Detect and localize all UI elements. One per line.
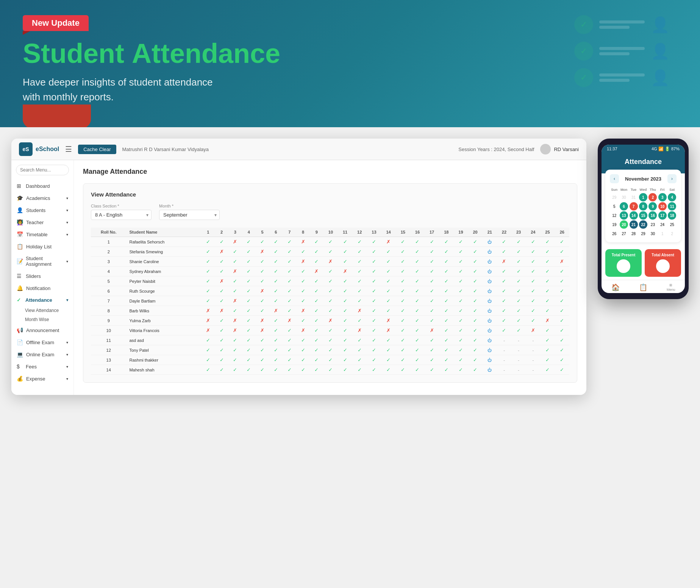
cal-day[interactable]: 30 bbox=[620, 193, 628, 201]
cal-day[interactable]: 1 bbox=[639, 193, 647, 201]
hamburger-icon[interactable]: ☰ bbox=[65, 145, 72, 154]
attendance-cell: ✓ bbox=[283, 335, 296, 345]
cal-day[interactable]: 3 bbox=[658, 193, 667, 201]
attendance-cell: ✓ bbox=[296, 286, 310, 296]
cal-day[interactable]: 8 bbox=[639, 202, 647, 211]
cal-day[interactable]: 13 bbox=[620, 211, 628, 220]
cal-day[interactable]: 7 bbox=[630, 202, 638, 211]
attendance-cell: ✗ bbox=[201, 316, 215, 326]
attendance-cell: ✓ bbox=[425, 316, 439, 326]
sidebar-label: Offline Exam bbox=[26, 340, 54, 345]
sidebar-item-dashboard[interactable]: ⊞ Dashboard bbox=[11, 180, 73, 192]
phone-nav-home[interactable]: 🏠 bbox=[602, 283, 629, 292]
sidebar-item-academics[interactable]: 🎓 Academics ▾ bbox=[11, 192, 73, 204]
sidebar-item-expense[interactable]: 💰 Expense ▾ bbox=[11, 373, 73, 385]
attendance-cell: ✓ bbox=[269, 316, 283, 326]
cache-clear-button[interactable]: Cache Clear bbox=[78, 145, 116, 154]
attendance-cell: ✓ bbox=[283, 365, 296, 375]
phone-nav-list[interactable]: 📋 bbox=[629, 283, 657, 292]
attendance-cell: ✓ bbox=[352, 335, 367, 345]
attendance-cell: ✓ bbox=[497, 276, 511, 286]
class-section-select[interactable]: 8 A - English bbox=[91, 210, 152, 220]
cal-day[interactable]: 4 bbox=[668, 193, 676, 201]
attendance-cell: ✓ bbox=[468, 257, 483, 267]
cal-day[interactable]: 25 bbox=[668, 220, 676, 229]
cal-next-btn[interactable]: › bbox=[667, 174, 677, 183]
phone-nav-menu[interactable]: ⊞ Menu bbox=[657, 283, 685, 292]
cal-day[interactable]: 15 bbox=[639, 211, 647, 220]
sidebar-item-assignment[interactable]: 📝 Student Assignment ▾ bbox=[11, 253, 73, 270]
cal-day[interactable]: 2 bbox=[648, 193, 657, 201]
sidebar-item-online-exam[interactable]: 💻 Online Exam ▾ bbox=[11, 348, 73, 360]
sidebar-item-attendance[interactable]: ✓ Attendance ▾ bbox=[11, 294, 73, 306]
sidebar-item-teacher[interactable]: 👩‍🏫 Teacher ▾ bbox=[11, 216, 73, 228]
student-name: Shanie Caroline bbox=[126, 257, 201, 267]
student-name: Sydney Abraham bbox=[126, 267, 201, 276]
student-name: Barb Wilks bbox=[126, 306, 201, 316]
class-section-wrapper[interactable]: 8 A - English bbox=[91, 210, 152, 220]
cal-day[interactable]: 20 bbox=[620, 220, 628, 229]
cal-day[interactable]: 23 bbox=[648, 220, 657, 229]
table-body: 1Rafaelita Sehorsch✓✓✗✓✓✓✓✗✓✓✓✓✓✗✓✓✓✓✓✓⏻… bbox=[91, 237, 569, 375]
sidebar-item-holiday[interactable]: 📋 Holiday List bbox=[11, 240, 73, 253]
attendance-cell: ✓ bbox=[468, 365, 483, 375]
cal-day[interactable]: 14 bbox=[630, 211, 638, 220]
cal-day[interactable]: 27 bbox=[620, 229, 628, 238]
sidebar-sub-month-wise[interactable]: Month Wise bbox=[11, 315, 73, 324]
cal-day[interactable]: 17 bbox=[658, 211, 667, 220]
attendance-cell: ✓ bbox=[410, 276, 425, 286]
cal-day[interactable]: 28 bbox=[630, 229, 638, 238]
attendance-cell: ✓ bbox=[468, 355, 483, 365]
cal-day[interactable]: 6 bbox=[620, 202, 628, 211]
app-window: eS eSchool ☰ Cache Clear Matrushri R D V… bbox=[11, 139, 586, 395]
attendance-cell: ✓ bbox=[439, 237, 453, 247]
cal-day[interactable]: 11 bbox=[668, 202, 676, 211]
attendance-cell: ✓ bbox=[396, 237, 410, 247]
sidebar-item-offline-exam[interactable]: 📄 Offline Exam ▾ bbox=[11, 336, 73, 348]
month-wrapper[interactable]: September bbox=[159, 210, 220, 220]
cal-day[interactable]: 9 bbox=[648, 202, 657, 211]
month-select[interactable]: September bbox=[159, 210, 220, 220]
cal-day[interactable]: 29 bbox=[639, 229, 647, 238]
cal-day[interactable]: 2 bbox=[668, 229, 676, 238]
sidebar-item-notification[interactable]: 🔔 Notification bbox=[11, 282, 73, 294]
search-input[interactable] bbox=[16, 165, 69, 175]
sidebar-item-announcement[interactable]: 📢 Announcement bbox=[11, 324, 73, 336]
attendance-cell: ✓ bbox=[242, 257, 256, 267]
cal-day[interactable]: 26 bbox=[610, 229, 619, 238]
col-header: 5 bbox=[256, 228, 269, 237]
cal-day[interactable]: 16 bbox=[648, 211, 657, 220]
cal-day[interactable]: 12 bbox=[610, 211, 619, 220]
attendance-cell: ✗ bbox=[296, 257, 310, 267]
attendance-cell: ✓ bbox=[256, 306, 269, 316]
cal-day[interactable]: 21 bbox=[630, 220, 638, 229]
sidebar-sub-view-attendance[interactable]: View Attendance bbox=[11, 306, 73, 315]
notification-icon: 🔔 bbox=[17, 285, 23, 291]
total-present-circle: 18 bbox=[617, 259, 630, 273]
cal-day[interactable]: 22 bbox=[639, 220, 647, 229]
attendance-cell: ✓ bbox=[228, 286, 242, 296]
attendance-cell: ✗ bbox=[228, 267, 242, 276]
attendance-cell: ✓ bbox=[511, 257, 526, 267]
attendance-cell: ✓ bbox=[215, 326, 228, 335]
sidebar-item-sliders[interactable]: ☰ Sliders bbox=[11, 270, 73, 282]
attendance-cell: ✓ bbox=[468, 276, 483, 286]
cal-day[interactable]: 19 bbox=[610, 220, 619, 229]
cal-day[interactable]: 24 bbox=[658, 220, 667, 229]
sidebar-item-students[interactable]: 👤 Students ▾ bbox=[11, 204, 73, 216]
attendance-cell: ✓ bbox=[381, 267, 396, 276]
cal-day[interactable]: 30 bbox=[648, 229, 657, 238]
cal-day[interactable]: 31 bbox=[630, 193, 638, 201]
attendance-cell: ✓ bbox=[338, 355, 352, 365]
table-row: 13Rashmi thakker✓✓✓✓✓✓✓✓✓✓✓✓✓✓✓✓✓✓✓✓⏻---… bbox=[91, 355, 569, 365]
student-name: Yulma Zarb bbox=[126, 316, 201, 326]
attendance-cell: ✓ bbox=[526, 247, 540, 257]
cal-day[interactable]: 18 bbox=[668, 211, 676, 220]
cal-day[interactable]: 1 bbox=[658, 229, 667, 238]
sidebar-item-fees[interactable]: $ Fees ▾ bbox=[11, 360, 73, 373]
cal-day[interactable]: 5 bbox=[610, 202, 619, 211]
sidebar-item-timetable[interactable]: 📅 Timetable ▾ bbox=[11, 228, 73, 240]
cal-day[interactable]: 10 bbox=[658, 202, 667, 211]
cal-prev-btn[interactable]: ‹ bbox=[610, 174, 619, 183]
cal-day[interactable]: 29 bbox=[610, 193, 619, 201]
